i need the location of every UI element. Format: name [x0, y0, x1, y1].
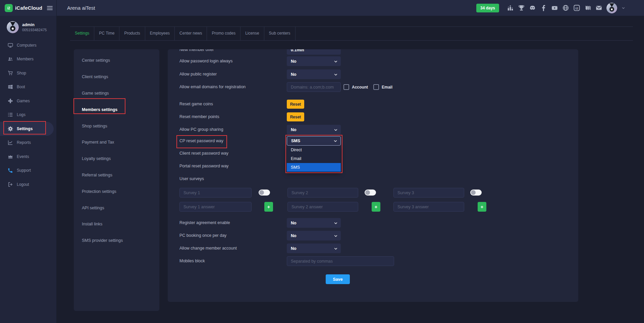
- sidebar-item-games[interactable]: Games: [0, 94, 56, 108]
- submenu-item-loyalty-settings[interactable]: Loyalty settings: [74, 151, 159, 167]
- chevron-down-icon: [334, 72, 338, 76]
- option-email[interactable]: Email: [287, 154, 341, 163]
- tab-products[interactable]: Products: [119, 27, 145, 40]
- tab-settings[interactable]: Settings: [70, 27, 94, 40]
- reset-member-points-button[interactable]: Reset: [287, 112, 304, 121]
- survey-3-input[interactable]: [393, 188, 464, 198]
- submenu-item-center-settings[interactable]: Center settings: [74, 52, 159, 69]
- form-row-client-reset-password-way: Client reset password way: [179, 149, 572, 158]
- user-id: 005193482475: [22, 28, 47, 32]
- sidebar-item-boot[interactable]: Boot: [0, 80, 56, 94]
- email-checkbox[interactable]: [373, 84, 379, 90]
- add-survey-1-answer-button[interactable]: +: [264, 202, 273, 212]
- survey-2-toggle[interactable]: [365, 190, 376, 196]
- tab-pc-time[interactable]: PC Time: [94, 27, 119, 40]
- tab-center-news[interactable]: Center news: [175, 27, 207, 40]
- youtube-icon[interactable]: [551, 5, 558, 11]
- chevron-down-icon: [334, 247, 338, 251]
- field-label: Portal reset password way: [179, 161, 229, 171]
- account-checkbox-label: Account: [352, 85, 368, 90]
- user-info[interactable]: admin 005193482475: [7, 21, 47, 33]
- sidebar-item-logout[interactable]: Logout: [0, 177, 56, 192]
- form-row-public-register: Allow public register No: [179, 69, 572, 79]
- mobiles-block-input[interactable]: [287, 256, 394, 266]
- survey-1-answer-input[interactable]: [179, 202, 252, 212]
- license-days-badge[interactable]: 34 days: [476, 4, 499, 12]
- user-menu-chevron-icon[interactable]: [622, 6, 625, 10]
- submenu-item-api-settings[interactable]: API settings: [74, 200, 159, 216]
- sidebar-item-events[interactable]: Events: [0, 150, 56, 164]
- submenu-item-sms-provider-settings[interactable]: SMS provider settings: [74, 232, 159, 249]
- svg-text:i2: i2: [7, 6, 10, 10]
- layers-icon[interactable]: [584, 5, 591, 11]
- allow-public-register-select[interactable]: No: [287, 69, 341, 79]
- sidebar-item-label: Logs: [17, 112, 25, 117]
- facebook-icon[interactable]: [540, 5, 547, 11]
- cart-icon: [7, 70, 13, 76]
- globe-icon[interactable]: [562, 5, 569, 11]
- sidebar-item-shop[interactable]: Shop: [0, 66, 56, 80]
- reset-game-coins-button[interactable]: Reset: [287, 100, 304, 109]
- sidebar-item-computers[interactable]: Computers: [0, 38, 56, 52]
- survey-3-answer-input[interactable]: [393, 202, 464, 212]
- ranking-icon[interactable]: [507, 5, 514, 11]
- add-survey-3-answer-button[interactable]: +: [478, 202, 486, 212]
- submenu-item-referral-settings[interactable]: Referral settings: [74, 167, 159, 183]
- tab-sub-centers[interactable]: Sub centers: [264, 27, 296, 40]
- allow-change-member-account-select[interactable]: No: [287, 244, 341, 253]
- option-sms[interactable]: SMS: [287, 163, 341, 172]
- new-member-offer-select[interactable]: 0.1min: [287, 49, 341, 55]
- allow-pc-group-sharing-select[interactable]: No: [287, 125, 341, 134]
- register-agreement-select[interactable]: No: [287, 218, 341, 228]
- icafecloud-icon[interactable]: i2: [573, 5, 580, 11]
- form-row-pc-booking: PC booking once per day No: [179, 231, 572, 240]
- submenu-item-payment-and-tax[interactable]: Payment and Tax: [74, 134, 159, 151]
- field-label: CP reset password way: [179, 136, 223, 146]
- hamburger-menu-icon[interactable]: [47, 6, 53, 10]
- sidebar-item-support[interactable]: Support: [0, 164, 56, 178]
- survey-2-input[interactable]: [287, 188, 358, 198]
- add-survey-2-answer-button[interactable]: +: [372, 202, 380, 212]
- submenu-item-protection-settings[interactable]: Protection settings: [74, 183, 159, 200]
- tab-promo-codes[interactable]: Promo codes: [207, 27, 240, 40]
- submenu-item-install-links[interactable]: Install links: [74, 216, 159, 232]
- discord-icon[interactable]: [529, 5, 536, 11]
- sidebar-item-settings[interactable]: Settings: [0, 122, 54, 136]
- field-label: Allow public register: [179, 69, 217, 79]
- submenu-item-members-settings[interactable]: Members settings: [74, 101, 159, 118]
- chevron-down-icon: [333, 139, 337, 143]
- submenu-item-client-settings[interactable]: Client settings: [74, 69, 159, 85]
- windows-icon: [7, 84, 13, 90]
- header-actions: 34 days i2: [476, 0, 625, 16]
- pc-booking-select[interactable]: No: [287, 231, 341, 240]
- account-checkbox[interactable]: [343, 84, 349, 90]
- field-label: Register agreement enable: [179, 218, 230, 228]
- survey-2-answer-input[interactable]: [287, 202, 358, 212]
- monitor-icon: [7, 42, 13, 48]
- members-settings-form: New member offer 0.1min Allow password l…: [168, 49, 578, 302]
- user-avatar[interactable]: [606, 3, 617, 13]
- cp-reset-password-way-select[interactable]: SMS: [287, 136, 341, 146]
- submenu-item-game-settings[interactable]: Game settings: [74, 85, 159, 102]
- cp-reset-password-dropdown-menu: Direct Email SMS: [287, 146, 341, 172]
- save-button[interactable]: Save: [326, 274, 350, 284]
- tab-employees[interactable]: Employees: [145, 27, 175, 40]
- crown-icon: [7, 154, 13, 159]
- email-domains-input[interactable]: [287, 82, 341, 92]
- mail-icon[interactable]: [595, 5, 602, 11]
- sidebar-item-members[interactable]: Members: [0, 52, 56, 66]
- survey-1-input[interactable]: [179, 188, 252, 198]
- user-name: admin: [22, 22, 47, 28]
- form-row-survey-answers: + + +: [179, 202, 572, 212]
- phone-icon: [7, 168, 13, 173]
- submenu-item-shop-settings[interactable]: Shop settings: [74, 118, 159, 134]
- sidebar-item-label: Reports: [17, 140, 31, 145]
- survey-3-toggle[interactable]: [470, 190, 482, 196]
- sidebar-item-reports[interactable]: Reports: [0, 136, 56, 150]
- trophy-icon[interactable]: [518, 5, 525, 11]
- tab-license[interactable]: License: [240, 27, 264, 40]
- allow-password-login-select[interactable]: No: [287, 56, 341, 66]
- sidebar-item-logs[interactable]: Logs: [0, 108, 56, 122]
- option-direct[interactable]: Direct: [287, 146, 341, 154]
- survey-1-toggle[interactable]: [259, 190, 270, 196]
